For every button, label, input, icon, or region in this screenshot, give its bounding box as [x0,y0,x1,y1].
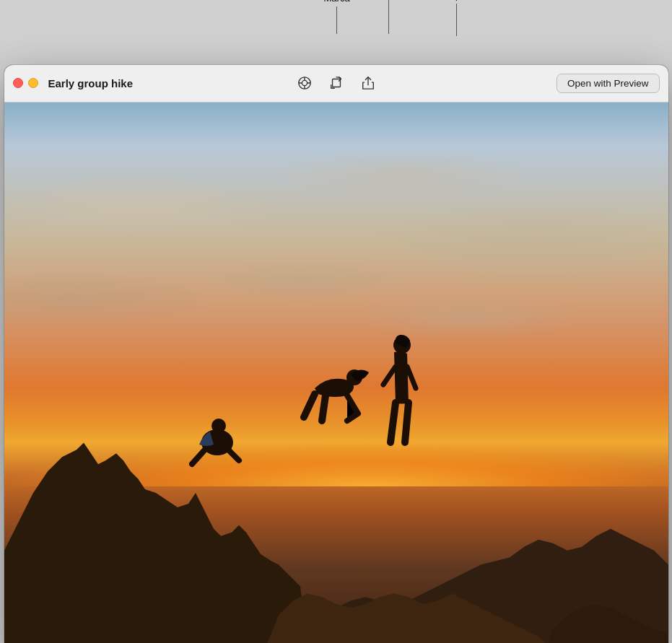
tooltip-comparte-line [456,4,457,36]
svg-point-8 [211,419,226,433]
toolbar-buttons [294,73,378,93]
tooltip-marca: Marca [324,0,350,34]
titlebar: ✕ – Early group hike [4,65,668,102]
tooltip-marca-line [336,6,337,34]
close-button[interactable]: ✕ [13,78,23,88]
figures-silhouette [4,331,668,475]
tooltip-gira: Gira [380,0,398,34]
main-window: ✕ – Early group hike [4,65,668,644]
svg-point-1 [302,80,307,85]
window-wrapper: Marca Gira Comparte ✕ – Early group hike [4,0,668,643]
minimize-button[interactable]: – [28,78,38,88]
traffic-lights: ✕ – [13,78,38,88]
comparte-button[interactable] [358,73,378,93]
marca-button[interactable] [294,73,315,93]
tooltip-marca-label: Marca [324,0,350,4]
tooltip-area: Marca Gira Comparte [4,0,668,65]
open-with-preview-button[interactable]: Open with Preview [557,74,660,93]
gira-button[interactable] [326,73,346,93]
tooltip-comparte-label: Comparte [436,0,477,1]
photo-scene [4,102,668,644]
tooltip-gira-line [388,0,389,34]
tooltip-comparte: Comparte [436,0,477,36]
photo-area [4,102,668,644]
